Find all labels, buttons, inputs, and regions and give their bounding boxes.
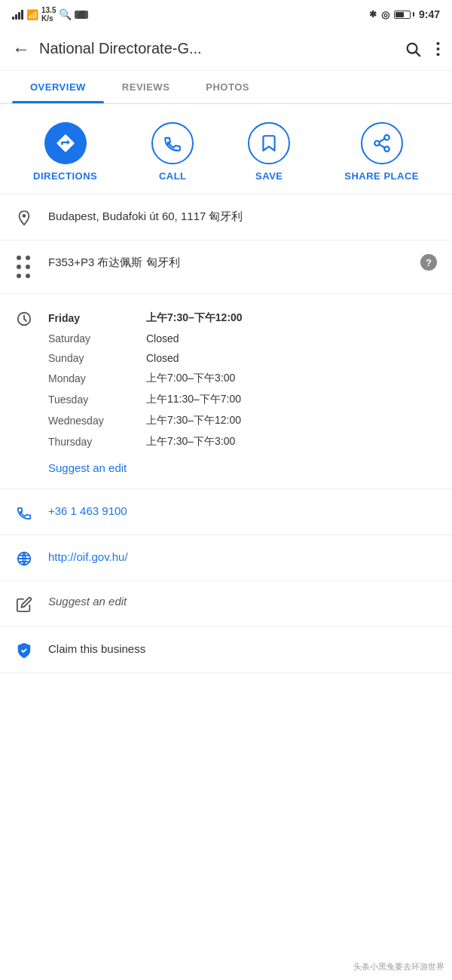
network-icon: 📶 (26, 9, 38, 20)
svg-point-2 (436, 41, 439, 44)
call-label: CALL (159, 170, 187, 182)
pluscode-section: F353+P3 布达佩斯 匈牙利 ? (0, 240, 452, 294)
hours-table: Friday上午7:30–下午12:00SaturdayClosedSunday… (48, 308, 437, 452)
suggest-edit-text[interactable]: Suggest an edit (48, 595, 127, 608)
hours-time: 上午7:00–下午3:00 (146, 368, 437, 389)
hours-row: SundayClosed (48, 348, 437, 368)
svg-line-1 (416, 52, 420, 56)
status-right: ✱ ◎ 9:47 (369, 8, 440, 20)
suggest-edit-section[interactable]: Suggest an edit (0, 581, 452, 627)
hours-row: Tuesday上午11:30–下午7:00 (48, 389, 437, 410)
svg-point-4 (436, 53, 439, 56)
search-button[interactable] (405, 41, 421, 57)
search-small-icon: 🔍 (59, 8, 72, 20)
share-button[interactable]: SHARE PLACE (344, 122, 419, 182)
bluetooth-icon: ✱ (369, 9, 377, 20)
directions-circle (44, 122, 87, 164)
website-content: http://oif.gov.hu/ (48, 549, 437, 566)
back-button[interactable]: ← (12, 38, 30, 60)
claim-business-content: Claim this business (48, 641, 437, 658)
hours-row: SaturdayClosed (48, 329, 437, 348)
phone-content: +36 1 463 9100 (48, 503, 437, 520)
hours-day: Friday (48, 308, 146, 329)
tab-bar: OVERVIEW REVIEWS PHOTOS (0, 71, 452, 104)
globe-icon (15, 549, 33, 567)
website-text: http://oif.gov.hu/ (48, 550, 128, 563)
phone-icon (15, 503, 33, 521)
address-text: Budapest, Budafoki út 60, 1117 匈牙利 (48, 210, 243, 222)
page-title: National Directorate-G... (39, 40, 405, 57)
tab-photos[interactable]: PHOTOS (188, 71, 267, 103)
help-icon[interactable]: ? (420, 254, 437, 271)
action-buttons-row: DIRECTIONS CALL SAVE SHARE (0, 104, 452, 194)
call-circle (151, 122, 194, 164)
hours-time: 上午7:30–下午12:00 (146, 308, 437, 329)
hours-time: 上午7:30–下午12:00 (146, 410, 437, 431)
clock-icon (15, 308, 33, 327)
svg-line-9 (379, 139, 384, 142)
hours-day: Sunday (48, 348, 146, 368)
claim-business-section[interactable]: Claim this business (0, 627, 452, 673)
tab-overview[interactable]: OVERVIEW (12, 71, 104, 103)
hours-time: 上午7:30–下午3:00 (146, 431, 437, 452)
nav-actions (405, 41, 440, 57)
status-bar: 📶 13.5K/s 🔍 ⬛ ✱ ◎ 9:47 (0, 0, 452, 27)
address-content: Budapest, Budafoki út 60, 1117 匈牙利 (48, 208, 437, 225)
speed-text: 13.5K/s (41, 6, 56, 23)
top-nav: ← National Directorate-G... (0, 27, 452, 71)
signal-icon (12, 9, 23, 20)
hours-row: Wednesday上午7:30–下午12:00 (48, 410, 437, 431)
hours-row: Friday上午7:30–下午12:00 (48, 308, 437, 329)
directions-button[interactable]: DIRECTIONS (33, 122, 97, 182)
phone-text: +36 1 463 9100 (48, 504, 127, 517)
hours-section: Friday上午7:30–下午12:00SaturdayClosedSunday… (0, 294, 452, 489)
svg-point-3 (436, 47, 439, 50)
edit-icon (15, 595, 33, 613)
grid-dots-icon (17, 256, 32, 280)
status-left: 📶 13.5K/s 🔍 ⬛ (12, 6, 88, 23)
pluscode-content: F353+P3 布达佩斯 匈牙利 ? (48, 254, 437, 271)
hours-row: Thursday上午7:30–下午3:00 (48, 431, 437, 452)
save-circle (248, 122, 290, 164)
watermark: 头条小黑兔要去环游世界 (353, 961, 444, 972)
save-button[interactable]: SAVE (248, 122, 290, 182)
share-label: SHARE PLACE (344, 170, 419, 182)
hours-row: Monday上午7:00–下午3:00 (48, 368, 437, 389)
hours-time: Closed (146, 348, 437, 368)
hours-day: Wednesday (48, 410, 146, 431)
hours-day: Saturday (48, 329, 146, 348)
hours-time: Closed (146, 329, 437, 348)
suggest-edit-hours-link[interactable]: Suggest an edit (48, 461, 127, 474)
sim-icon: ⬛ (75, 11, 88, 19)
hours-day: Monday (48, 368, 146, 389)
pluscode-text: F353+P3 布达佩斯 匈牙利 (48, 254, 180, 271)
more-options-button[interactable] (436, 41, 440, 57)
hours-day: Tuesday (48, 389, 146, 410)
pluscode-icon (15, 254, 33, 280)
share-circle (361, 122, 403, 164)
address-section: Budapest, Budafoki út 60, 1117 匈牙利 (0, 194, 452, 240)
location-icon: ◎ (381, 9, 389, 20)
call-button[interactable]: CALL (151, 122, 194, 182)
hours-day: Thursday (48, 431, 146, 452)
website-section[interactable]: http://oif.gov.hu/ (0, 535, 452, 581)
time-display: 9:47 (419, 8, 440, 20)
claim-business-text: Claim this business (48, 642, 145, 655)
suggest-edit-content: Suggest an edit (48, 595, 437, 608)
phone-section[interactable]: +36 1 463 9100 (0, 489, 452, 535)
directions-label: DIRECTIONS (33, 170, 97, 182)
location-pin-icon (15, 208, 33, 226)
battery-icon (394, 11, 414, 19)
svg-point-10 (23, 214, 26, 218)
shield-icon (15, 641, 33, 659)
save-label: SAVE (255, 170, 282, 182)
tab-reviews[interactable]: REVIEWS (104, 71, 188, 103)
hours-time: 上午11:30–下午7:00 (146, 389, 437, 410)
hours-content: Friday上午7:30–下午12:00SaturdayClosedSunday… (48, 308, 437, 475)
svg-line-8 (379, 145, 384, 148)
